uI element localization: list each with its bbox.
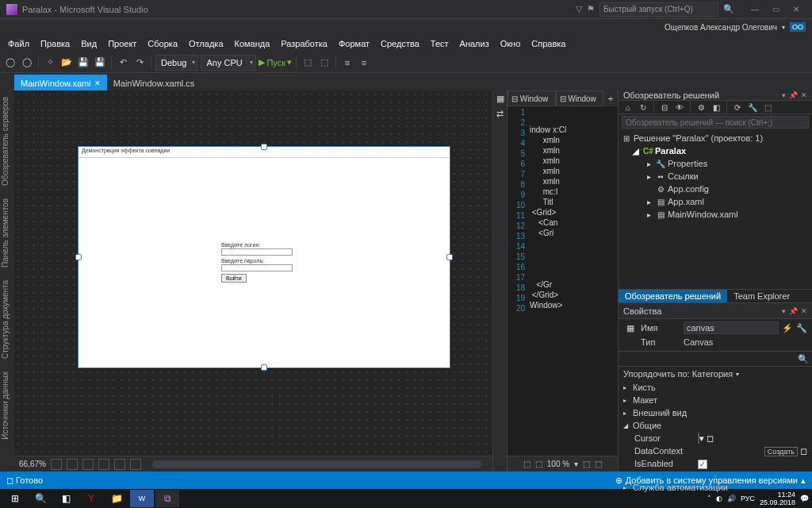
tree-references[interactable]: ▸▪▪Ссылки bbox=[622, 170, 809, 183]
rail-server-explorer[interactable]: Обозреватель серверов bbox=[0, 94, 14, 189]
menu-project[interactable]: Проект bbox=[103, 37, 141, 50]
menu-team[interactable]: Команда bbox=[230, 37, 275, 50]
prop-isenabled[interactable]: IsEnabled✓ bbox=[619, 457, 812, 470]
split-icon-2[interactable]: ⬚ bbox=[535, 460, 542, 468]
notification-icon[interactable]: ▽ bbox=[576, 4, 582, 14]
project-node[interactable]: ◢C#Paralax bbox=[622, 144, 809, 157]
resize-handle-left[interactable] bbox=[75, 254, 82, 260]
menu-design[interactable]: Разработка bbox=[276, 37, 332, 50]
prop-cursor[interactable]: Cursor ▾ ◻ bbox=[619, 432, 812, 444]
chevron-down-icon[interactable]: ▾ bbox=[782, 24, 785, 31]
name-value[interactable]: canvas bbox=[684, 321, 779, 334]
refresh-icon[interactable]: ↻ bbox=[637, 101, 649, 114]
menu-window[interactable]: Окно bbox=[496, 37, 526, 50]
explorer-icon[interactable]: 📁 bbox=[105, 490, 128, 507]
tree-appconfig[interactable]: ⚙App.config bbox=[622, 183, 809, 195]
designer-canvas[interactable]: Демонстрация эффекта совпадии Введите ло… bbox=[14, 90, 492, 456]
cat-common[interactable]: ◢Общие bbox=[619, 419, 812, 432]
pin-icon[interactable]: 📌 bbox=[789, 307, 798, 315]
search-icon[interactable]: 🔍 bbox=[798, 354, 809, 364]
code-tab-2[interactable]: ⊟ Window bbox=[556, 90, 604, 106]
solution-search-input[interactable] bbox=[622, 116, 809, 129]
grid-icon[interactable] bbox=[67, 459, 78, 470]
add-icon[interactable]: ÷ bbox=[603, 90, 618, 106]
close-button[interactable]: ✕ bbox=[787, 2, 806, 17]
menu-test[interactable]: Тест bbox=[426, 37, 454, 50]
tree-mainwindow[interactable]: ▸▤MainWindow.xaml bbox=[622, 208, 809, 221]
option-icon-1[interactable] bbox=[98, 459, 109, 470]
menu-tools[interactable]: Средства bbox=[376, 37, 424, 50]
tab-solution-explorer[interactable]: Обозреватель решений bbox=[619, 290, 727, 302]
option-icon-3[interactable] bbox=[130, 459, 141, 470]
login-input[interactable] bbox=[221, 248, 293, 256]
save-icon[interactable]: 💾 bbox=[76, 56, 90, 70]
horizontal-scrollbar[interactable] bbox=[152, 460, 481, 468]
designer-tool-2[interactable]: ⇄ bbox=[495, 109, 505, 119]
clock[interactable]: 11:24 25.09.2018 bbox=[760, 491, 795, 506]
user-name[interactable]: Ощепков Александр Олегович bbox=[665, 23, 777, 32]
snap-icon[interactable] bbox=[82, 459, 94, 470]
flag-icon[interactable]: ⚑ bbox=[587, 4, 595, 14]
menu-file[interactable]: Файл bbox=[3, 37, 34, 50]
menu-format[interactable]: Формат bbox=[334, 37, 374, 50]
forward-icon[interactable]: ◯ bbox=[20, 56, 34, 70]
code-tab-1[interactable]: ⊟ Window bbox=[508, 90, 556, 106]
menu-build[interactable]: Сборка bbox=[143, 37, 182, 50]
search-icon[interactable]: 🔍 bbox=[723, 4, 734, 14]
login-button[interactable]: Войти bbox=[221, 274, 247, 283]
menu-help[interactable]: Справка bbox=[527, 37, 570, 50]
solution-explorer-header[interactable]: Обозреватель решений ▾📌✕ bbox=[619, 90, 812, 101]
tree-appxaml[interactable]: ▸▤App.xaml bbox=[622, 195, 809, 208]
code-editor[interactable]: 1234567891011121314151617181920 indow x:… bbox=[508, 106, 618, 456]
rail-data-sources[interactable]: Источники данных bbox=[0, 368, 14, 443]
option-icon-2[interactable] bbox=[114, 459, 125, 470]
wrench-icon[interactable]: 🔧 bbox=[796, 323, 807, 333]
rail-doc-outline[interactable]: Структура документа bbox=[0, 277, 14, 362]
prop-datacontext[interactable]: DataContextСоздать ◻ bbox=[619, 444, 812, 457]
tool-icon-2[interactable]: ⬚ bbox=[317, 56, 331, 70]
code-zoom[interactable]: 100 % bbox=[547, 460, 569, 468]
preview-icon[interactable]: ◧ bbox=[710, 101, 722, 114]
checkbox-icon[interactable]: ✓ bbox=[698, 460, 707, 469]
menu-edit[interactable]: Правка bbox=[36, 37, 75, 50]
tool-icon-3[interactable]: ≡ bbox=[340, 56, 354, 70]
tray-chevron-icon[interactable]: ˄ bbox=[707, 495, 711, 502]
designer-tool-1[interactable]: ▦ bbox=[495, 94, 505, 104]
solution-root[interactable]: ⊞Решение "Paralax" (проектов: 1) bbox=[622, 132, 809, 144]
close-icon[interactable]: ✕ bbox=[94, 79, 101, 87]
close-icon[interactable]: ✕ bbox=[801, 307, 807, 315]
undo-icon[interactable]: ↶ bbox=[116, 56, 130, 70]
add-source-control[interactable]: ⊕Добавить в систему управления версиями … bbox=[615, 475, 806, 486]
split-icon-4[interactable]: ⬚ bbox=[595, 460, 602, 468]
properties-icon[interactable]: ⚙ bbox=[695, 101, 707, 114]
resize-handle-bottom[interactable] bbox=[261, 364, 267, 371]
sync-icon[interactable]: ⟳ bbox=[731, 101, 744, 114]
word-icon[interactable]: W bbox=[130, 490, 154, 507]
config-combo[interactable]: Debug bbox=[155, 55, 198, 71]
rail-toolbox[interactable]: Панель элементов bbox=[0, 195, 14, 271]
events-icon[interactable]: ⚡ bbox=[782, 323, 793, 333]
start-button[interactable]: ▶ Пуск ▾ bbox=[259, 57, 292, 67]
password-input[interactable] bbox=[221, 264, 293, 271]
split-icon-3[interactable]: ⬚ bbox=[583, 460, 590, 468]
dropdown-icon[interactable]: ▾ bbox=[782, 91, 786, 99]
props-sort[interactable]: Упорядочить по: Категория bbox=[619, 367, 812, 381]
split-icon-1[interactable]: ⬚ bbox=[523, 460, 530, 468]
show-all-icon[interactable]: 👁 bbox=[673, 101, 686, 114]
tray-icon-2[interactable]: 🔊 bbox=[727, 495, 736, 502]
resize-handle-top[interactable] bbox=[261, 144, 267, 150]
window-preview[interactable]: Демонстрация эффекта совпадии Введите ло… bbox=[78, 146, 450, 368]
menu-analyze[interactable]: Анализ bbox=[455, 37, 494, 50]
resize-handle-right[interactable] bbox=[446, 254, 453, 260]
minimize-button[interactable]: — bbox=[745, 2, 764, 17]
properties-header[interactable]: Свойства ▾📌✕ bbox=[619, 303, 812, 319]
cat-layout[interactable]: ▸Макет bbox=[619, 394, 812, 406]
menu-debug[interactable]: Отладка bbox=[184, 37, 228, 50]
start-button[interactable]: ⊞ bbox=[3, 490, 27, 507]
collapse-icon[interactable]: ⊟ bbox=[658, 101, 671, 114]
search-icon[interactable]: 🔍 bbox=[29, 490, 52, 507]
home-icon[interactable]: ⌂ bbox=[622, 101, 634, 114]
tool-icon-4[interactable]: ≡ bbox=[357, 56, 371, 70]
tab-mainwindow-xaml[interactable]: MainWindow.xaml✕ bbox=[14, 75, 107, 90]
notifications-icon[interactable]: 💬 bbox=[800, 495, 809, 502]
